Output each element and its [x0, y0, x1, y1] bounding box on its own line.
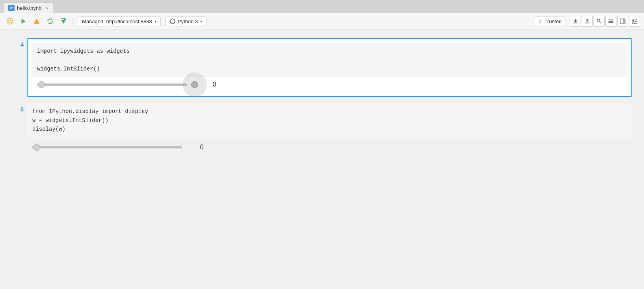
svg-rect-10 — [585, 23, 590, 24]
cell-4-slider-hover — [182, 72, 207, 97]
cell-4-slider-active-thumb — [191, 81, 198, 88]
cell-5-line-2: w = widgets.IntSlider() — [32, 116, 627, 125]
svg-marker-2 — [22, 19, 26, 24]
add-widget-button[interactable]: ↑ — [58, 15, 69, 27]
cell-number-4: 4 — [12, 38, 24, 97]
menu-icon-button[interactable] — [605, 16, 616, 27]
trusted-checkmark: ✓ — [538, 19, 542, 24]
panel-icon — [620, 19, 625, 24]
kernel-label: Managed: http://localhost:8888 — [82, 19, 152, 24]
image-icon-button[interactable] — [629, 16, 640, 27]
cell-number-5: 5 — [12, 103, 24, 155]
cell-5-slider-thumb[interactable] — [33, 144, 40, 151]
python-label: Python 3 — [178, 19, 198, 24]
cell-4-line-2 — [37, 56, 622, 64]
run-button[interactable] — [17, 15, 29, 27]
search-icon — [596, 19, 602, 24]
cell-5-content[interactable]: from IPython.display import display w = … — [27, 103, 632, 155]
right-icons — [570, 16, 640, 27]
trusted-label: Trusted — [544, 19, 562, 24]
cell-4-line-3: widgets.IntSlider() — [37, 65, 622, 73]
svg-rect-18 — [623, 19, 625, 24]
svg-rect-7 — [573, 23, 578, 24]
python-circle-icon — [170, 19, 175, 24]
cell-5-line-1: from IPython.display import display — [32, 107, 627, 116]
cell-4-line-1: import ipywidgets as widgets — [37, 47, 622, 56]
browser-chrome: IP hello.ipynb × — [0, 0, 644, 30]
kernel-arrow: ▾ — [154, 19, 156, 24]
cell-4-output: 0 — [32, 77, 627, 92]
cell-4-slider-value: 0 — [210, 81, 218, 88]
restart-button[interactable] — [44, 15, 56, 27]
svg-rect-15 — [609, 21, 613, 22]
download-icon-button[interactable] — [570, 16, 581, 27]
upload-icon — [584, 19, 590, 24]
python-kernel-dropdown[interactable]: Python 3 ▾ — [166, 17, 207, 26]
cell-5-slider-value: 0 — [198, 144, 206, 151]
tab-bar: IP hello.ipynb × — [0, 0, 644, 13]
toolbar-separator-1 — [73, 17, 73, 26]
svg-point-6 — [170, 19, 175, 24]
toolbar: ↑ Managed: http://localhost:8888 ▾ Pytho… — [0, 13, 644, 30]
cell-4: 4 import ipywidgets as widgets widgets.I… — [12, 38, 632, 97]
cell-5-slider-track-area[interactable] — [32, 146, 182, 148]
tab-label: hello.ipynb — [17, 5, 41, 11]
image-icon — [632, 19, 637, 24]
svg-point-20 — [633, 20, 634, 21]
cell-4-content[interactable]: import ipywidgets as widgets widgets.Int… — [27, 38, 632, 97]
tab-close-button[interactable]: × — [45, 5, 48, 11]
kernel-dropdown[interactable]: Managed: http://localhost:8888 ▾ — [78, 17, 161, 26]
cell-4-slider-thumb[interactable] — [38, 81, 45, 88]
svg-rect-14 — [609, 20, 613, 20]
cell-5-slider-track — [32, 146, 182, 148]
svg-point-1 — [9, 20, 11, 22]
cell-4-slider-track-area[interactable] — [37, 83, 187, 86]
trusted-button[interactable]: ✓ Trusted — [534, 17, 566, 26]
python-arrow: ▾ — [200, 19, 202, 24]
svg-rect-19 — [632, 19, 637, 24]
upload-icon-button[interactable] — [582, 16, 593, 27]
cell-5: 5 from IPython.display import display w … — [12, 103, 632, 155]
tab-icon: IP — [8, 5, 15, 11]
svg-point-12 — [597, 19, 600, 22]
svg-marker-3 — [34, 19, 40, 24]
svg-point-0 — [7, 19, 13, 24]
hamburger-icon — [608, 19, 614, 24]
download-icon — [573, 19, 578, 24]
cell-5-output: 0 — [27, 137, 632, 155]
search-icon-button[interactable] — [594, 16, 605, 27]
svg-line-13 — [599, 22, 601, 23]
cell-5-code: from IPython.display import display w = … — [27, 103, 632, 137]
cell-4-slider-track — [37, 83, 187, 86]
interrupt-button[interactable] — [31, 15, 43, 27]
cell-5-line-3: display(w) — [32, 125, 627, 133]
svg-rect-16 — [609, 22, 613, 23]
notebook: 4 import ipywidgets as widgets widgets.I… — [0, 30, 644, 267]
cell-4-code: import ipywidgets as widgets widgets.Int… — [32, 43, 627, 77]
save-button[interactable] — [4, 15, 16, 27]
notebook-tab[interactable]: IP hello.ipynb × — [3, 2, 53, 13]
svg-text:↑: ↑ — [65, 19, 65, 20]
panel-icon-button[interactable] — [617, 16, 628, 27]
